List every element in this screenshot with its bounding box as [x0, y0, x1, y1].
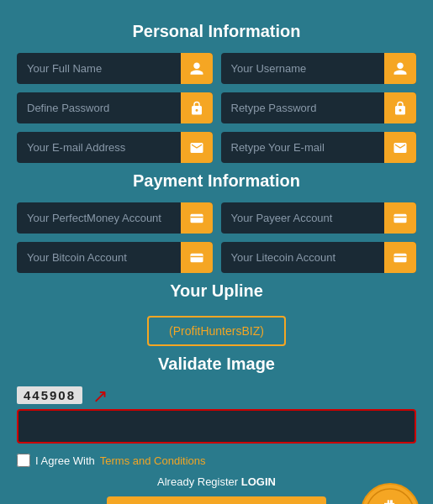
payment-row-2 — [17, 242, 416, 273]
login-link[interactable]: LOGIN — [241, 475, 276, 488]
captcha-arrow-icon: ↙ — [89, 389, 111, 404]
agree-label: I Agree With — [35, 454, 95, 467]
password-icon — [181, 92, 213, 123]
svg-rect-0 — [190, 213, 203, 223]
perfectmoney-icon — [181, 202, 213, 234]
svg-rect-2 — [190, 253, 203, 262]
agree-row: I Agree With Terms and Conditions — [17, 454, 416, 467]
retype-email-icon — [384, 132, 416, 163]
litecoin-icon — [384, 242, 416, 273]
payment-info-title: Payment Information — [17, 171, 416, 191]
payeer-wrapper — [221, 202, 417, 234]
bitcoin-wrapper — [17, 242, 213, 273]
register-button[interactable]: REGISTER YOUR ACCOUNT — [107, 496, 326, 504]
svg-rect-1 — [394, 213, 407, 223]
perfectmoney-wrapper — [17, 202, 213, 234]
terms-link[interactable]: Terms and Conditions — [100, 454, 206, 467]
svg-rect-3 — [394, 253, 407, 262]
page-container: Personal Information — [0, 0, 433, 504]
agree-checkbox[interactable] — [17, 454, 30, 467]
captcha-input-wrapper — [17, 409, 416, 444]
captcha-input[interactable] — [17, 409, 416, 444]
captcha-code: 445908 — [17, 386, 82, 404]
login-row: Already Register LOGIN — [17, 475, 416, 488]
retype-password-wrapper — [221, 92, 417, 123]
full-name-icon — [181, 53, 213, 84]
retype-password-icon — [384, 92, 416, 123]
already-register-text: Already Register — [157, 475, 238, 488]
validate-section: Validate Image 445908 ↙ — [17, 354, 416, 444]
register-btn-wrapper: REGISTER YOUR ACCOUNT ₿ — [17, 496, 416, 504]
svg-text:₿: ₿ — [384, 498, 396, 504]
personal-info-title: Personal Information — [17, 22, 416, 41]
bitcoin-icon — [181, 242, 213, 273]
bitcoin-coin-decoration: ₿ — [360, 482, 420, 504]
payment-row-1 — [17, 202, 416, 234]
password-wrapper — [17, 92, 213, 123]
personal-row-1 — [17, 53, 416, 84]
personal-row-2 — [17, 92, 416, 123]
upline-value: (ProfitHuntersBIZ) — [147, 316, 286, 346]
captcha-area: 445908 ↙ — [17, 386, 416, 444]
username-wrapper — [221, 53, 417, 84]
upline-title: Your Upline — [17, 281, 416, 301]
litecoin-wrapper — [221, 242, 417, 273]
email-icon — [181, 132, 213, 163]
personal-row-3 — [17, 132, 416, 163]
payment-section: Payment Information — [17, 171, 416, 273]
username-icon — [384, 53, 416, 84]
upline-section: Your Upline (ProfitHuntersBIZ) — [17, 281, 416, 346]
retype-email-wrapper — [221, 132, 417, 163]
validate-title: Validate Image — [17, 354, 416, 374]
email-wrapper — [17, 132, 213, 163]
payeer-icon — [384, 202, 416, 234]
full-name-wrapper — [17, 53, 213, 84]
